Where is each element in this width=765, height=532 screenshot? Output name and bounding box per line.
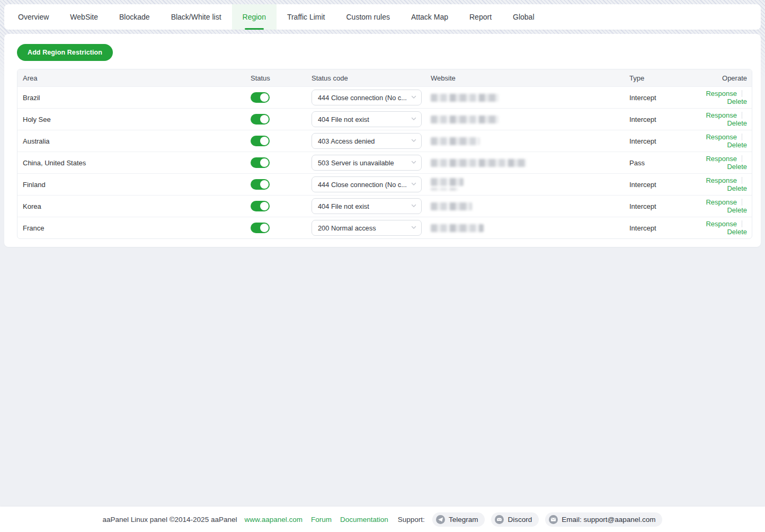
response-link[interactable]: Response: [706, 90, 737, 97]
support-pill-telegram[interactable]: Telegram: [432, 512, 485, 527]
type-cell: Intercept: [624, 116, 690, 123]
chevron-down-icon: [408, 224, 417, 232]
response-link[interactable]: Response: [706, 133, 737, 141]
status-toggle[interactable]: [251, 223, 270, 233]
footer-links: www.aapanel.comForumDocumentation: [244, 516, 388, 524]
table-row: Korea 404 File not exist Intercept Respo…: [17, 195, 752, 217]
chevron-down-icon: [408, 116, 417, 123]
website-redacted-blur: [431, 224, 484, 232]
website-cell: [425, 202, 624, 210]
tab-global[interactable]: Global: [502, 4, 545, 30]
status-code-value: 503 Server is unavailable: [318, 159, 394, 167]
status-code-value: 404 File not exist: [318, 116, 369, 123]
delete-link[interactable]: Delete: [727, 163, 747, 171]
page-footer: aaPanel Linux panel ©2014-2025 aaPanel w…: [0, 507, 765, 532]
tab-label: Traffic Limit: [287, 13, 325, 21]
status-code-select[interactable]: 503 Server is unavailable: [312, 155, 422, 171]
status-code-select[interactable]: 403 Access denied: [312, 133, 422, 149]
tab-label: Blockade: [119, 13, 150, 21]
tab-website[interactable]: WebSite: [59, 4, 109, 30]
header-status-code: Status code: [306, 74, 425, 82]
delete-link[interactable]: Delete: [727, 206, 747, 214]
operate-divider: [742, 199, 742, 206]
response-link[interactable]: Response: [706, 155, 737, 163]
support-pill-discord[interactable]: Discord: [491, 512, 539, 527]
tab-blockade[interactable]: Blockade: [109, 4, 161, 30]
operate-divider: [742, 134, 742, 140]
tab-overview[interactable]: Overview: [7, 4, 59, 30]
table-row: China, United States 503 Server is unava…: [17, 152, 752, 173]
operate-divider: [742, 90, 742, 97]
tab-label: Global: [513, 13, 534, 21]
chevron-down-icon: [408, 159, 417, 167]
support-pill-email[interactable]: Email: support@aapanel.com: [545, 512, 662, 527]
delete-link[interactable]: Delete: [727, 119, 747, 127]
tab-report[interactable]: Report: [459, 4, 502, 30]
tab-attack-map[interactable]: Attack Map: [401, 4, 459, 30]
support-pill-label: Telegram: [449, 516, 478, 524]
status-toggle[interactable]: [251, 136, 270, 146]
website-cell: [425, 159, 624, 167]
chevron-down-icon: [408, 94, 417, 102]
status-code-select[interactable]: 200 Normal access: [312, 220, 422, 236]
tab-label: Black/White list: [171, 13, 221, 21]
website-redacted-blur: [431, 178, 464, 186]
header-type: Type: [624, 74, 690, 82]
chevron-down-icon: [408, 202, 417, 210]
footer-link-www-aapanel-com[interactable]: www.aapanel.com: [244, 516, 303, 524]
support-label: Support:: [398, 516, 425, 524]
response-link[interactable]: Response: [706, 198, 737, 206]
chevron-down-icon: [408, 137, 417, 145]
status-code-select[interactable]: 444 Close connection (No c...: [312, 90, 422, 105]
response-link[interactable]: Response: [706, 220, 737, 228]
delete-link[interactable]: Delete: [727, 184, 747, 192]
table-row: France 200 Normal access Intercept Respo…: [17, 217, 752, 238]
status-toggle[interactable]: [251, 114, 270, 125]
toggle-knob: [260, 137, 269, 145]
footer-link-forum[interactable]: Forum: [311, 516, 332, 524]
area-cell: Korea: [17, 202, 245, 210]
operate-divider: [742, 155, 742, 162]
tab-black-white-list[interactable]: Black/White list: [161, 4, 232, 30]
tab-label: Overview: [18, 13, 49, 21]
delete-link[interactable]: Delete: [727, 97, 747, 105]
table-row: Finland 444 Close connection (No c... In…: [17, 173, 752, 195]
response-link[interactable]: Response: [706, 111, 737, 119]
tab-traffic-limit[interactable]: Traffic Limit: [277, 4, 336, 30]
tab-region[interactable]: Region: [232, 4, 277, 30]
status-toggle[interactable]: [251, 92, 270, 103]
status-code-select[interactable]: 444 Close connection (No c...: [312, 176, 422, 192]
website-cell: [425, 116, 624, 123]
website-redacted-blur: [431, 137, 479, 145]
response-link[interactable]: Response: [706, 176, 737, 184]
toggle-knob: [260, 93, 269, 102]
status-toggle[interactable]: [251, 179, 270, 190]
website-cell: [425, 178, 624, 191]
website-redacted-blur: [431, 116, 499, 123]
add-region-restriction-button[interactable]: Add Region Restriction: [17, 44, 113, 61]
toggle-knob: [260, 180, 269, 189]
type-cell: Pass: [624, 159, 690, 167]
delete-link[interactable]: Delete: [727, 141, 747, 149]
website-cell: [425, 137, 624, 145]
area-cell: Finland: [17, 181, 245, 189]
status-toggle[interactable]: [251, 201, 270, 211]
status-toggle[interactable]: [251, 157, 270, 168]
type-cell: Intercept: [624, 202, 690, 210]
status-code-select[interactable]: 404 File not exist: [312, 198, 422, 214]
status-code-select[interactable]: 404 File not exist: [312, 111, 422, 127]
footer-link-documentation[interactable]: Documentation: [340, 516, 388, 524]
status-code-value: 444 Close connection (No c...: [318, 94, 407, 102]
header-operate: Operate: [690, 74, 752, 82]
header-website: Website: [425, 74, 624, 82]
delete-link[interactable]: Delete: [727, 228, 747, 236]
area-cell: Brazil: [17, 94, 245, 102]
region-restriction-panel: Add Region Restriction Area Status Statu…: [4, 34, 761, 247]
tab-custom-rules[interactable]: Custom rules: [336, 4, 401, 30]
type-cell: Intercept: [624, 181, 690, 189]
type-cell: Intercept: [624, 94, 690, 102]
operate-divider: [742, 112, 742, 119]
email-icon: [549, 515, 558, 524]
support-pills: Telegram Discord Email: support@aapanel.…: [432, 512, 663, 527]
website-redacted-blur: [431, 188, 458, 191]
